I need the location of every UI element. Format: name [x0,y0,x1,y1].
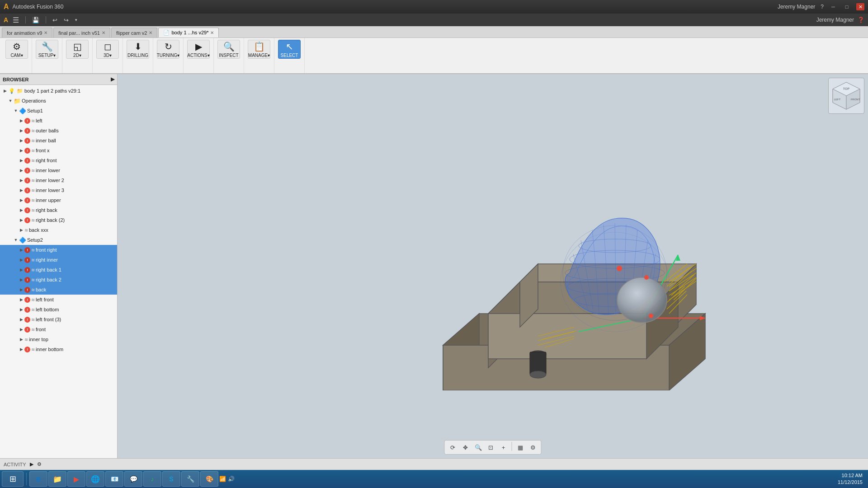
tree-arrow-root[interactable]: ▶ [2,88,8,94]
tree-arrow[interactable]: ▶ [18,147,24,154]
setup-button[interactable]: 🔧 SETUP▾ [36,40,58,59]
tree-setup1[interactable]: ▼ 🔷 Setup1 [0,106,117,116]
tree-arrow[interactable]: ▶ [18,177,24,183]
undo-history-button[interactable]: ▾ [73,17,79,23]
tree-arrow[interactable]: ▶ [18,197,24,203]
settings-icon[interactable]: ⚙ [37,461,42,467]
minimize-button[interactable]: ─ [829,3,837,10]
start-button[interactable]: ⊞ [2,471,24,487]
save-button[interactable]: 💾 [30,16,41,24]
tree-arrow-setup2[interactable]: ▼ [13,237,19,243]
tree-operations[interactable]: ▼ 📁 Operations [0,96,117,106]
tree-setup2[interactable]: ▼ 🔷 Setup2 [0,235,117,245]
list-item[interactable]: ▶ ! ≋ left [0,116,117,126]
maximize-button[interactable]: □ [843,3,851,10]
taskbar-clock[interactable]: 10:12 AM 11/12/2015 [834,472,866,486]
help-button[interactable]: ? [821,4,824,10]
undo-button[interactable]: ↩ [51,16,59,24]
list-item[interactable]: ▶ ! ≋ right back (2) [0,215,117,225]
tree-arrow[interactable]: ▶ [18,217,24,223]
tree-arrow-setup1[interactable]: ▼ [13,108,19,114]
list-item[interactable]: ▶ ! ≋ front [0,324,117,334]
tree-arrow[interactable]: ▶ [18,326,24,333]
tab-for-animation[interactable]: for animation v9 ✕ [2,28,52,38]
list-item[interactable]: ▶ ! ≋ right back 2 [0,275,117,285]
skype2-button[interactable]: S [162,471,180,487]
list-item[interactable]: ▶ ! ≋ left bottom [0,305,117,314]
3d-button[interactable]: ◻ 3D▾ [96,40,119,59]
tree-arrow[interactable]: ▶ [18,167,24,174]
select-button[interactable]: ↖ SELECT [278,40,301,59]
spotify-button[interactable]: ♪ [143,471,161,487]
volume-icon[interactable]: 🔊 [228,476,235,482]
list-item[interactable]: ▶ ! ≋ left front (3) [0,314,117,324]
list-item[interactable]: ▶ ! ≋ right back [0,205,117,215]
zoom-in-button[interactable]: + [498,442,509,453]
tree-root[interactable]: ▶ 💡 📁 body 1 part 2 paths v29:1 [0,86,117,96]
list-item[interactable]: ▶ ! ≋ inner ball [0,136,117,145]
actions-button[interactable]: ▶ ACTIONS▾ [187,40,210,59]
tree-arrow-operations[interactable]: ▼ [7,98,14,104]
menu-button[interactable]: ☰ [11,15,21,25]
outlook-button[interactable]: 📧 [105,471,123,487]
pan-button[interactable]: ✥ [460,442,471,453]
app1-button[interactable]: 🔧 [181,471,199,487]
list-item[interactable]: ▶ ≋ back xxx [0,225,117,235]
tab-close-icon[interactable]: ✕ [102,30,105,35]
inspect-button[interactable]: 🔍 INSPECT [217,40,240,59]
tree-arrow[interactable]: ▶ [18,316,24,323]
settings-button[interactable]: ⚙ [528,442,538,453]
help-icon[interactable]: ❓ [858,17,864,23]
list-item[interactable]: ▶ ! ≋ inner upper [0,195,117,205]
tree-arrow[interactable]: ▶ [18,157,24,164]
zoom-button[interactable]: 🔍 [473,442,484,453]
list-item[interactable]: ▶ ! ≋ inner lower 3 [0,185,117,195]
drilling-button[interactable]: ⬇ DRILLING [127,40,149,59]
tab-final-par[interactable]: final par... inch v51 ✕ [53,28,110,38]
fit-button[interactable]: ⊡ [486,442,496,453]
viewport[interactable]: TOP LEFT FRONT [118,74,868,458]
tab-close-icon[interactable]: ✕ [149,30,152,35]
tab-body1[interactable]: 📄 body 1 ...hs v29* ✕ [158,28,219,38]
network-icon[interactable]: 📶 [219,476,226,482]
tree-arrow[interactable]: ▶ [18,137,24,144]
list-item[interactable]: ▶ ! ≋ front x [0,145,117,155]
tab-close-icon[interactable]: ✕ [44,30,47,35]
list-item[interactable]: ▶ ! ≋ back [0,285,117,295]
tree-arrow[interactable]: ▶ [18,227,24,233]
list-item[interactable]: ▶ ! ≋ outer balls [0,126,117,136]
tree-arrow[interactable]: ▶ [18,267,24,273]
list-item[interactable]: ▶ ! ≋ right inner [0,255,117,265]
redo-button[interactable]: ↪ [62,16,71,24]
media-button[interactable]: ▶ [67,471,85,487]
list-item[interactable]: ▶ ! ≋ left front [0,295,117,305]
close-button[interactable]: ✕ [856,3,864,10]
manage-button[interactable]: 📋 MANAGE▾ [248,40,270,59]
view-cube[interactable]: TOP LEFT FRONT [828,78,864,114]
explorer-button[interactable]: 📁 [48,471,66,487]
list-item[interactable]: ▶ ! ≋ inner lower [0,165,117,175]
tree-arrow[interactable]: ▶ [18,117,24,124]
tree-arrow[interactable]: ▶ [18,277,24,283]
tree-arrow[interactable]: ▶ [18,286,24,293]
tree-arrow[interactable]: ▶ [18,346,24,352]
tree-arrow[interactable]: ▶ [18,336,24,343]
tab-close-icon[interactable]: ✕ [210,30,214,35]
browser-expand-icon[interactable]: ▶ [111,76,114,82]
list-item[interactable]: ▶ ≋ inner top [0,334,117,344]
ie-button[interactable]: e [29,471,47,487]
list-item[interactable]: ▶ ! ≋ right front [0,155,117,165]
list-item[interactable]: ▶ ! ≋ inner lower 2 [0,175,117,185]
chrome-button[interactable]: 🌐 [86,471,104,487]
app2-button[interactable]: 🎨 [200,471,218,487]
tree-arrow[interactable]: ▶ [18,247,24,253]
tree-arrow[interactable]: ▶ [18,187,24,193]
turning-button[interactable]: ↻ TURNING▾ [157,40,179,59]
tree-arrow[interactable]: ▶ [18,207,24,213]
tree-arrow[interactable]: ▶ [18,127,24,134]
orbit-button[interactable]: ⟳ [448,442,458,453]
tab-flipper-cam[interactable]: flipper cam v2 ✕ [111,28,157,38]
2d-button[interactable]: ◱ 2D▾ [66,40,89,59]
display-settings-button[interactable]: ▦ [515,442,526,453]
tree-arrow[interactable]: ▶ [18,257,24,263]
